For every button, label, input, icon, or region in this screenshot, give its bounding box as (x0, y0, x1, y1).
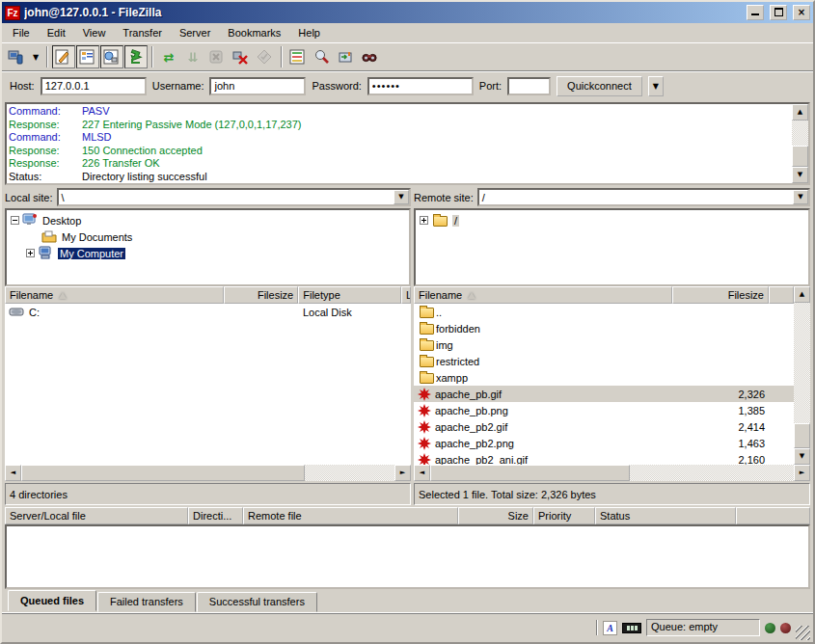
password-input[interactable] (367, 77, 474, 95)
column-size[interactable]: Size (458, 507, 533, 524)
remote-file-row[interactable]: .. (414, 304, 794, 320)
scroll-right-icon[interactable]: ► (394, 465, 411, 481)
title-bar[interactable]: Fz john@127.0.0.1 - FileZilla × (2, 2, 813, 23)
menu-edit[interactable]: Edit (39, 25, 74, 40)
tab-successful-transfers[interactable]: Successful transfers (197, 592, 317, 612)
tree-item-root[interactable]: / (452, 215, 459, 227)
quickconnect-button[interactable]: Quickconnect (557, 76, 642, 96)
scrollbar-thumb[interactable] (792, 146, 808, 167)
message-log-body[interactable]: Command:PASV Response:227 Entering Passi… (7, 104, 792, 183)
log-scrollbar[interactable]: ▲ ▼ (792, 104, 808, 183)
scroll-down-icon[interactable]: ▼ (792, 167, 808, 183)
queue-list[interactable] (5, 524, 810, 589)
column-filesize[interactable]: Filesize (224, 286, 298, 304)
local-file-list[interactable]: C: Local Disk (5, 304, 411, 465)
remote-file-row[interactable]: apache_pb2.gif 2,414 (414, 418, 794, 435)
local-hscrollbar[interactable]: ◄ ► (5, 465, 411, 481)
site-manager-button[interactable] (5, 45, 28, 68)
tree-item-my-computer[interactable]: My Computer (58, 248, 125, 259)
process-queue-button[interactable]: ⇊ (181, 45, 204, 68)
scrollbar-thumb[interactable] (794, 423, 810, 448)
scroll-up-icon[interactable]: ▲ (792, 104, 808, 121)
remote-vscrollbar[interactable]: ▲ ▼ (794, 286, 810, 465)
close-button[interactable]: × (793, 5, 810, 20)
chevron-down-icon[interactable]: ▼ (394, 190, 409, 204)
menu-file[interactable]: File (4, 25, 39, 40)
scroll-left-icon[interactable]: ◄ (414, 465, 430, 481)
site-manager-dropdown[interactable]: ▼ (29, 45, 42, 68)
column-status[interactable]: Status (595, 507, 736, 524)
remote-file-row[interactable]: apache_pb2_ani.gif 2,160 (414, 451, 794, 465)
scroll-right-icon[interactable]: ► (794, 465, 810, 481)
log-text: MLSD (82, 131, 112, 145)
folder-icon (420, 357, 434, 367)
message-log-toggle[interactable] (52, 45, 75, 68)
column-last-modified[interactable]: L (401, 286, 411, 304)
folder-icon (420, 324, 434, 335)
cancel-button[interactable] (205, 45, 229, 68)
host-input[interactable] (41, 77, 147, 95)
scrollbar-thumb[interactable] (430, 465, 630, 481)
speed-limit-icon[interactable] (622, 623, 641, 633)
column-server-local-file[interactable]: Server/Local file (5, 507, 188, 524)
local-tree-toggle[interactable] (76, 45, 99, 68)
port-input[interactable] (507, 77, 551, 95)
scrollbar-thumb[interactable] (21, 465, 305, 481)
column-filename[interactable]: Filename (5, 286, 224, 304)
scroll-down-icon[interactable]: ▼ (794, 448, 810, 465)
local-site-combo[interactable]: \ ▼ (57, 188, 411, 206)
disconnect-button[interactable] (230, 45, 253, 68)
quickconnect-dropdown[interactable]: ▼ (648, 76, 664, 96)
local-file-row[interactable]: C: Local Disk (5, 304, 411, 320)
directory-comparison-button[interactable] (286, 45, 310, 68)
remote-file-row[interactable]: img (414, 336, 794, 353)
column-remote-file[interactable]: Remote file (243, 507, 458, 524)
filter-button[interactable] (311, 45, 334, 68)
username-input[interactable] (209, 77, 306, 95)
column-direction[interactable]: Directi... (188, 507, 243, 524)
menu-help[interactable]: Help (289, 25, 329, 40)
refresh-button[interactable]: ⇄ (157, 45, 180, 68)
tab-failed-transfers[interactable]: Failed transfers (97, 592, 196, 612)
remote-file-row-selected[interactable]: apache_pb.gif 2,326 (414, 386, 794, 402)
synchronized-browsing-button[interactable] (335, 45, 358, 68)
data-type-indicator-icon[interactable]: A (603, 621, 617, 635)
menu-server[interactable]: Server (171, 25, 219, 40)
expand-icon[interactable] (26, 249, 35, 257)
remote-file-list[interactable]: .. forbidden img (414, 304, 794, 465)
remote-file-row[interactable]: xampp (414, 369, 794, 386)
remote-status: Selected 1 file. Total size: 2,326 bytes (414, 483, 810, 505)
local-tree[interactable]: Desktop My Documents My (5, 208, 411, 286)
remote-file-row[interactable]: restricted (414, 353, 794, 369)
column-filesize[interactable]: Filesize (672, 286, 769, 304)
chevron-down-icon[interactable]: ▼ (793, 190, 808, 204)
remote-site-combo[interactable]: / ▼ (477, 188, 810, 206)
find-button[interactable] (359, 45, 382, 68)
menu-view[interactable]: View (74, 25, 115, 40)
column-priority[interactable]: Priority (533, 507, 595, 524)
remote-hscrollbar[interactable]: ◄ ► (414, 465, 810, 481)
remote-file-row[interactable]: forbidden (414, 320, 794, 336)
chevron-down-icon: ▼ (33, 53, 39, 62)
transfer-queue: Server/Local file Directi... Remote file… (2, 505, 813, 589)
tree-item-desktop[interactable]: Desktop (42, 215, 81, 227)
transfer-queue-toggle[interactable] (124, 45, 148, 68)
remote-tree-toggle[interactable] (100, 45, 123, 68)
reconnect-button[interactable] (254, 45, 277, 68)
remote-file-row[interactable]: apache_pb2.png 1,463 (414, 435, 794, 451)
tab-queued-files[interactable]: Queued files (8, 590, 96, 611)
scroll-up-icon[interactable]: ▲ (794, 286, 810, 303)
menu-bookmarks[interactable]: Bookmarks (219, 25, 289, 40)
scroll-left-icon[interactable]: ◄ (5, 465, 21, 481)
menu-transfer[interactable]: Transfer (114, 25, 171, 40)
tree-item-my-documents[interactable]: My Documents (62, 231, 132, 243)
column-filename[interactable]: Filename (414, 286, 672, 304)
expand-icon[interactable] (420, 216, 428, 225)
collapse-icon[interactable] (11, 216, 19, 225)
remote-file-row[interactable]: apache_pb.png 1,385 (414, 402, 794, 418)
minimize-button[interactable] (747, 5, 764, 20)
remote-tree[interactable]: / (414, 208, 810, 286)
resize-grip[interactable] (796, 626, 810, 640)
maximize-button[interactable] (770, 5, 787, 20)
column-filetype[interactable]: Filetype (298, 286, 401, 304)
